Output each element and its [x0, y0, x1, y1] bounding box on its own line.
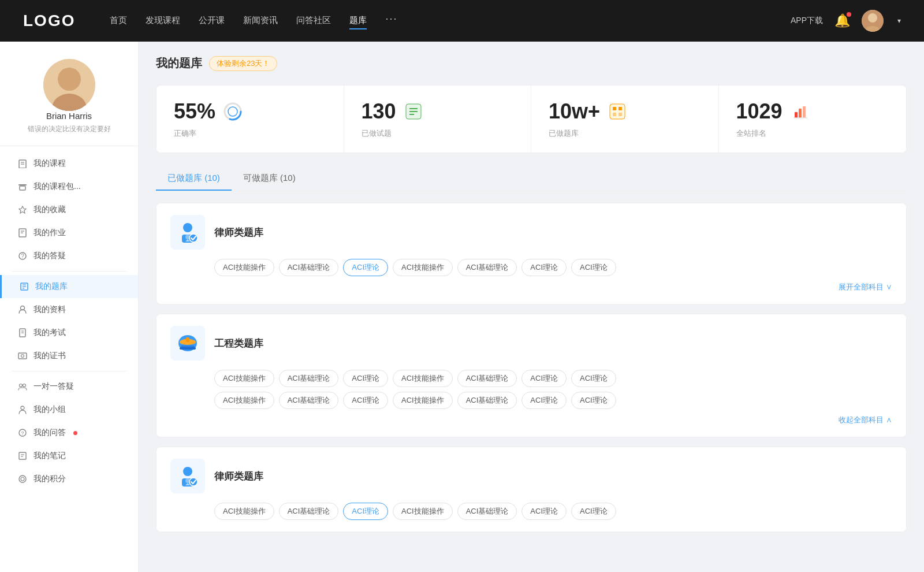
- qb-card-1: 律师类题库 ACI技能操作 ACI基础理论 ACI理论 ACI技能操作 ACI基…: [156, 203, 907, 304]
- header: LOGO 首页 发现课程 公开课 新闻资讯 问答社区 题库 ··· APP下载 …: [0, 0, 924, 42]
- svg-rect-49: [610, 104, 625, 119]
- qb-tag-2-r2-5[interactable]: ACI理论: [521, 392, 567, 409]
- qb-tag-2-4[interactable]: ACI基础理论: [457, 370, 517, 387]
- nav-news[interactable]: 新闻资讯: [243, 13, 278, 29]
- page-title: 我的题库: [156, 55, 202, 71]
- svg-point-3: [43, 59, 95, 111]
- stat-done-banks-top: 10w+: [549, 99, 701, 124]
- qb-tag-1-0[interactable]: ACI技能操作: [214, 259, 274, 276]
- svg-rect-55: [799, 109, 802, 118]
- stat-done-questions-value: 130: [362, 99, 396, 124]
- favorites-icon: [17, 205, 28, 215]
- stat-rank-value: 1029: [736, 99, 783, 124]
- qb-tag-1-4[interactable]: ACI基础理论: [457, 259, 517, 276]
- qb-tag-3-1[interactable]: ACI基础理论: [279, 503, 339, 520]
- qb-tag-2-2[interactable]: ACI理论: [343, 370, 388, 387]
- qb-tag-2-r2-1[interactable]: ACI基础理论: [279, 392, 339, 409]
- qb-tag-1-1[interactable]: ACI基础理论: [279, 259, 339, 276]
- sidebar-item-my-course-packages[interactable]: 我的课程包...: [0, 175, 138, 198]
- qb-tag-3-3[interactable]: ACI技能操作: [393, 503, 453, 520]
- svg-point-33: [23, 384, 26, 387]
- nav-questionbank[interactable]: 题库: [349, 13, 367, 29]
- qb-tag-2-r2-0[interactable]: ACI技能操作: [214, 392, 274, 409]
- svg-point-6: [58, 75, 80, 98]
- qb-tag-2-1[interactable]: ACI基础理论: [279, 370, 339, 387]
- profile-avatar: [43, 59, 95, 111]
- nav-qa[interactable]: 问答社区: [296, 13, 331, 29]
- qb-tags-2-row2: ACI技能操作 ACI基础理论 ACI理论 ACI技能操作 ACI基础理论 AC…: [214, 392, 892, 409]
- sidebar-item-my-exam-label: 我的考试: [33, 328, 66, 338]
- nav-more[interactable]: ···: [385, 13, 397, 29]
- sidebar-item-my-points[interactable]: 我的积分: [0, 467, 138, 491]
- logo[interactable]: LOGO: [23, 12, 75, 30]
- qb-card-1-header: 律师类题库: [170, 215, 892, 250]
- sidebar-item-my-questionbank[interactable]: 我的题库: [0, 275, 138, 298]
- profile-name: Brian Harris: [46, 111, 92, 121]
- svg-point-41: [21, 477, 24, 481]
- qb-tag-2-0[interactable]: ACI技能操作: [214, 370, 274, 387]
- sidebar-item-my-questions[interactable]: ? 我的问答: [0, 421, 138, 444]
- svg-point-5: [57, 72, 82, 98]
- stat-rank-top: 1029: [736, 99, 889, 124]
- sidebar-item-my-group-label: 我的小组: [33, 404, 66, 415]
- list-icon: [403, 101, 424, 122]
- qb-tag-2-3[interactable]: ACI技能操作: [393, 370, 453, 387]
- svg-rect-50: [613, 107, 616, 110]
- svg-point-8: [77, 75, 87, 101]
- qb-title-2: 工程类题库: [214, 337, 263, 350]
- qb-tag-2-r2-4[interactable]: ACI基础理论: [457, 392, 517, 409]
- sidebar-item-my-notes[interactable]: 我的笔记: [0, 444, 138, 467]
- qb-tag-3-6[interactable]: ACI理论: [571, 503, 616, 520]
- nav-opencourse[interactable]: 公开课: [199, 13, 225, 29]
- qb-tag-1-3[interactable]: ACI技能操作: [393, 259, 453, 276]
- stat-done-banks-value: 10w+: [549, 99, 600, 124]
- sidebar-item-my-group[interactable]: 我的小组: [0, 398, 138, 421]
- svg-rect-54: [795, 112, 798, 118]
- notification-bell-icon[interactable]: 🔔: [834, 13, 850, 28]
- svg-text:?: ?: [21, 253, 24, 259]
- sidebar-item-my-homework[interactable]: 我的作业: [0, 221, 138, 244]
- qb-tag-1-2[interactable]: ACI理论: [343, 259, 388, 276]
- qb-tag-1-6[interactable]: ACI理论: [571, 259, 616, 276]
- svg-rect-51: [619, 107, 622, 110]
- app-download-button[interactable]: APP下载: [791, 16, 823, 26]
- nav-home[interactable]: 首页: [110, 13, 127, 29]
- qb-expand-1[interactable]: 展开全部科目 ∨: [170, 282, 892, 292]
- qb-tag-2-r2-3[interactable]: ACI技能操作: [393, 392, 453, 409]
- qb-tag-2-6[interactable]: ACI理论: [571, 370, 616, 387]
- qb-tag-2-r2-2[interactable]: ACI理论: [343, 392, 388, 409]
- sidebar-item-my-qa[interactable]: ? 我的答疑: [0, 244, 138, 268]
- sidebar-item-my-courses[interactable]: 我的课程: [0, 152, 138, 175]
- questionbank-icon: [19, 281, 29, 292]
- avatar[interactable]: [862, 10, 884, 32]
- qb-tag-3-2[interactable]: ACI理论: [343, 503, 388, 520]
- qb-tag-3-0[interactable]: ACI技能操作: [214, 503, 274, 520]
- sidebar-item-my-favorites[interactable]: 我的收藏: [0, 198, 138, 221]
- sidebar-item-my-notes-label: 我的笔记: [33, 451, 66, 461]
- tab-available-banks[interactable]: 可做题库 (10): [232, 167, 307, 191]
- qb-expand-2[interactable]: 收起全部科目 ∧: [170, 415, 892, 425]
- qb-tag-2-5[interactable]: ACI理论: [521, 370, 567, 387]
- profile-motto: 错误的决定比没有决定要好: [28, 124, 111, 134]
- tab-done-banks[interactable]: 已做题库 (10): [156, 167, 232, 191]
- svg-rect-15: [20, 186, 25, 190]
- sidebar-item-one-on-one[interactable]: 一对一答疑: [0, 375, 138, 398]
- qb-tag-2-r2-6[interactable]: ACI理论: [571, 392, 616, 409]
- svg-rect-53: [619, 113, 622, 116]
- sidebar-item-my-profile[interactable]: 我的资料: [0, 298, 138, 321]
- chevron-down-icon[interactable]: ▾: [897, 17, 901, 25]
- notification-dot: [847, 12, 851, 17]
- qb-tag-3-5[interactable]: ACI理论: [521, 503, 567, 520]
- svg-rect-52: [613, 113, 616, 116]
- stats-row: 55% 正确率 130: [156, 85, 907, 153]
- sidebar-item-my-exam[interactable]: 我的考试: [0, 321, 138, 344]
- sidebar-item-my-certificate[interactable]: 我的证书: [0, 344, 138, 367]
- pie-chart-icon: [222, 101, 243, 122]
- qb-tag-1-5[interactable]: ACI理论: [521, 259, 567, 276]
- qb-tags-1: ACI技能操作 ACI基础理论 ACI理论 ACI技能操作 ACI基础理论 AC…: [214, 259, 892, 276]
- nav-discover[interactable]: 发现课程: [146, 13, 180, 29]
- qb-tag-3-4[interactable]: ACI基础理论: [457, 503, 517, 520]
- page-header: 我的题库 体验剩余23天！: [156, 55, 907, 71]
- svg-point-31: [21, 355, 24, 358]
- qb-icon-engineer: [170, 326, 205, 361]
